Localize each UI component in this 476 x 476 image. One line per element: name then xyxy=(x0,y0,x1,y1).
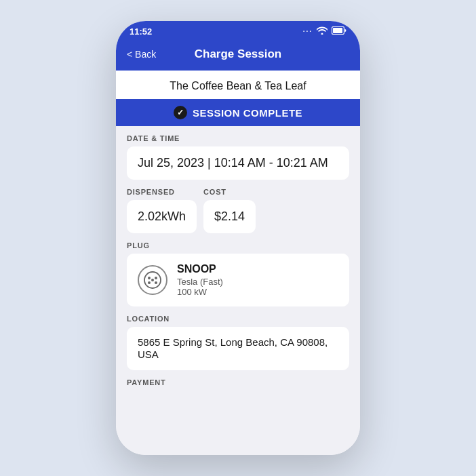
cost-card: $2.14 xyxy=(203,200,256,233)
svg-point-4 xyxy=(155,277,157,279)
session-complete-banner: ✓ SESSION COMPLETE xyxy=(116,99,360,126)
wifi-icon xyxy=(317,26,328,37)
nav-title: Charge Session xyxy=(195,47,282,61)
payment-label: PAYMENT xyxy=(127,378,349,389)
plug-card: SNOOP Tesla (Fast) 100 kW xyxy=(127,254,349,306)
plug-power: 100 kW xyxy=(177,287,223,297)
datetime-section: DATE & TIME Jul 25, 2023 | 10:14 AM - 10… xyxy=(127,134,349,180)
plug-name: SNOOP xyxy=(177,263,223,275)
cost-col: COST $2.14 xyxy=(203,188,256,233)
dispensed-label: DISPENSED xyxy=(127,188,197,196)
battery-icon xyxy=(332,26,346,37)
nav-bar: < Back Charge Session xyxy=(116,41,360,71)
session-complete-text: SESSION COMPLETE xyxy=(193,107,302,119)
cost-label: COST xyxy=(203,188,256,196)
location-section: LOCATION 5865 E Spring St, Long Beach, C… xyxy=(127,315,349,370)
dispensed-cost-row: DISPENSED 2.02kWh COST $2.14 xyxy=(127,188,349,233)
svg-point-6 xyxy=(155,281,157,284)
phone-frame: 11:52 ··· < Back Charge Session xyxy=(116,21,360,455)
dots-icon: ··· xyxy=(303,28,313,35)
svg-point-3 xyxy=(148,277,151,279)
location-name: The Coffee Bean & Tea Leaf xyxy=(116,71,360,99)
content-area: The Coffee Bean & Tea Leaf ✓ SESSION COM… xyxy=(116,71,360,455)
plug-connector-icon xyxy=(138,265,167,295)
plug-info: SNOOP Tesla (Fast) 100 kW xyxy=(177,263,223,297)
svg-point-7 xyxy=(151,279,154,281)
checkmark-icon: ✓ xyxy=(174,106,187,119)
dispensed-card: 2.02kWh xyxy=(127,200,197,233)
plug-type: Tesla (Fast) xyxy=(177,277,223,287)
datetime-label: DATE & TIME xyxy=(127,134,349,142)
svg-point-5 xyxy=(148,281,151,284)
svg-rect-1 xyxy=(333,28,342,33)
plug-section: PLUG SNOOP Tesla (Fast) 100 kW xyxy=(127,241,349,306)
plug-label: PLUG xyxy=(127,241,349,250)
dispensed-col: DISPENSED 2.02kWh xyxy=(127,188,197,233)
status-bar: 11:52 ··· xyxy=(116,21,360,41)
location-card: 5865 E Spring St, Long Beach, CA 90808, … xyxy=(127,327,349,370)
cost-value: $2.14 xyxy=(214,210,245,223)
dispensed-value: 2.02kWh xyxy=(138,210,186,223)
location-label: LOCATION xyxy=(127,315,349,323)
dispensed-cost-section: DISPENSED 2.02kWh COST $2.14 xyxy=(127,188,349,233)
datetime-card: Jul 25, 2023 | 10:14 AM - 10:21 AM xyxy=(127,146,349,180)
status-time: 11:52 xyxy=(130,26,152,37)
back-button[interactable]: < Back xyxy=(127,49,156,60)
location-value: 5865 E Spring St, Long Beach, CA 90808, … xyxy=(138,336,328,360)
datetime-value: Jul 25, 2023 | 10:14 AM - 10:21 AM xyxy=(138,156,328,170)
status-icons: ··· xyxy=(303,26,346,37)
